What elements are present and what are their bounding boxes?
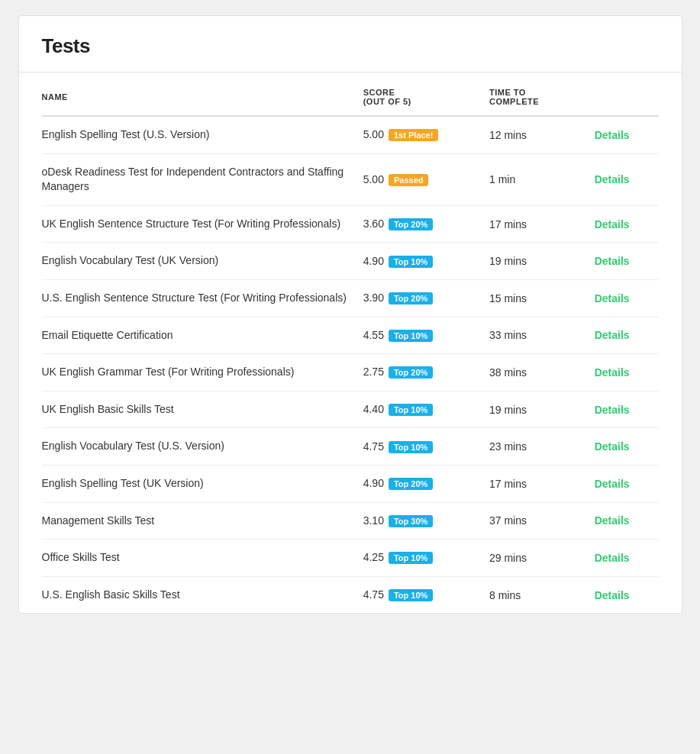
test-name: U.S. English Sentence Structure Test (Fo… — [42, 279, 357, 317]
test-time: 37 mins — [483, 502, 589, 540]
table-row: oDesk Readiness Test for Independent Con… — [42, 153, 659, 205]
table-row: U.S. English Sentence Structure Test (Fo… — [42, 279, 659, 317]
score-value: 3.10 — [363, 514, 384, 527]
test-score: 4.25Top 10% — [357, 540, 483, 577]
test-name: English Spelling Test (UK Version) — [42, 465, 357, 502]
test-score: 4.75Top 10% — [357, 428, 483, 466]
test-action[interactable]: Details — [589, 279, 659, 317]
test-action[interactable]: Details — [589, 354, 659, 392]
table-row: U.S. English Basic Skills Test4.75Top 10… — [42, 576, 659, 613]
test-name: Office Skills Test — [42, 540, 357, 577]
test-action[interactable]: Details — [589, 391, 659, 428]
table-row: English Spelling Test (U.S. Version)5.00… — [42, 116, 659, 153]
details-link[interactable]: Details — [595, 514, 630, 527]
details-link[interactable]: Details — [595, 552, 630, 564]
table-body: English Spelling Test (U.S. Version)5.00… — [42, 116, 659, 613]
test-action[interactable]: Details — [589, 428, 659, 466]
test-name: U.S. English Basic Skills Test — [42, 576, 357, 613]
details-link[interactable]: Details — [595, 129, 630, 141]
score-badge: Top 10% — [389, 256, 433, 268]
tests-card: Tests NAME SCORE (OUT OF 5) TIME TO COMP… — [18, 15, 682, 614]
score-value: 4.75 — [363, 588, 384, 601]
test-score: 5.00Passed — [357, 153, 483, 205]
details-link[interactable]: Details — [595, 255, 630, 267]
table-row: UK English Grammar Test (For Writing Pro… — [42, 354, 659, 392]
table-row: English Spelling Test (UK Version)4.90To… — [42, 465, 659, 502]
test-score: 3.60Top 20% — [357, 205, 483, 243]
details-link[interactable]: Details — [595, 404, 630, 416]
score-badge: Top 10% — [389, 404, 433, 416]
score-badge: Passed — [389, 174, 429, 186]
score-value: 5.00 — [363, 173, 384, 185]
page-title: Tests — [42, 34, 659, 58]
test-name: UK English Grammar Test (For Writing Pro… — [42, 354, 357, 392]
test-time: 33 mins — [483, 317, 589, 354]
test-score: 3.90Top 20% — [357, 279, 483, 317]
score-value: 2.75 — [363, 366, 384, 378]
test-action[interactable]: Details — [589, 502, 659, 540]
test-name: Email Etiquette Certification — [42, 317, 357, 354]
score-badge: Top 10% — [389, 330, 433, 342]
test-time: 17 mins — [483, 205, 589, 243]
test-name: English Vocabulary Test (UK Version) — [42, 243, 357, 280]
details-link[interactable]: Details — [595, 589, 630, 601]
table-row: English Vocabulary Test (U.S. Version)4.… — [42, 428, 659, 466]
table-row: UK English Sentence Structure Test (For … — [42, 205, 659, 243]
test-time: 29 mins — [483, 540, 589, 577]
table-row: UK English Basic Skills Test4.40Top 10%1… — [42, 391, 659, 428]
score-value: 4.55 — [363, 329, 384, 341]
score-badge: Top 10% — [389, 441, 433, 453]
test-time: 19 mins — [483, 243, 589, 280]
details-link[interactable]: Details — [595, 440, 630, 453]
score-badge: Top 20% — [389, 478, 433, 490]
score-value: 4.90 — [363, 477, 384, 489]
test-score: 5.001st Place! — [357, 116, 483, 153]
details-link[interactable]: Details — [595, 366, 630, 379]
col-header-score: SCORE (OUT OF 5) — [357, 72, 483, 116]
score-badge: Top 20% — [389, 292, 433, 304]
test-name: oDesk Readiness Test for Independent Con… — [42, 153, 357, 205]
test-time: 17 mins — [483, 465, 589, 502]
score-badge: 1st Place! — [389, 129, 438, 141]
table-row: English Vocabulary Test (UK Version)4.90… — [42, 243, 659, 280]
score-value: 4.75 — [363, 440, 384, 453]
test-action[interactable]: Details — [589, 153, 659, 205]
test-time: 19 mins — [483, 391, 589, 428]
test-action[interactable]: Details — [589, 576, 659, 613]
test-name: UK English Basic Skills Test — [42, 391, 357, 428]
score-badge: Top 10% — [389, 589, 433, 601]
test-score: 4.40Top 10% — [357, 391, 483, 428]
col-header-time: TIME TO COMPLETE — [483, 72, 589, 116]
details-link[interactable]: Details — [595, 292, 630, 304]
score-badge: Top 20% — [389, 218, 433, 230]
col-header-action — [589, 72, 659, 116]
table-header-row: NAME SCORE (OUT OF 5) TIME TO COMPLETE — [42, 72, 659, 116]
details-link[interactable]: Details — [595, 478, 630, 490]
test-score: 4.90Top 10% — [357, 243, 483, 280]
test-action[interactable]: Details — [589, 465, 659, 502]
score-value: 3.90 — [363, 292, 384, 304]
test-name: English Vocabulary Test (U.S. Version) — [42, 428, 357, 466]
test-action[interactable]: Details — [589, 243, 659, 280]
table-row: Management Skills Test3.10Top 30%37 mins… — [42, 502, 659, 540]
test-name: English Spelling Test (U.S. Version) — [42, 116, 357, 153]
test-action[interactable]: Details — [589, 116, 659, 153]
test-action[interactable]: Details — [589, 317, 659, 354]
details-link[interactable]: Details — [595, 173, 630, 185]
table-row: Email Etiquette Certification4.55Top 10%… — [42, 317, 659, 354]
test-time: 1 min — [483, 153, 589, 205]
test-time: 38 mins — [483, 354, 589, 392]
test-action[interactable]: Details — [589, 540, 659, 577]
test-time: 23 mins — [483, 428, 589, 466]
table-container: NAME SCORE (OUT OF 5) TIME TO COMPLETE E… — [19, 72, 682, 613]
score-badge: Top 30% — [389, 515, 433, 527]
test-score: 4.90Top 20% — [357, 465, 483, 502]
score-value: 4.25 — [363, 551, 384, 563]
score-badge: Top 10% — [389, 552, 433, 564]
score-badge: Top 20% — [389, 366, 433, 379]
test-score: 4.55Top 10% — [357, 317, 483, 354]
details-link[interactable]: Details — [595, 218, 630, 230]
details-link[interactable]: Details — [595, 329, 630, 341]
test-action[interactable]: Details — [589, 205, 659, 243]
test-time: 15 mins — [483, 279, 589, 317]
